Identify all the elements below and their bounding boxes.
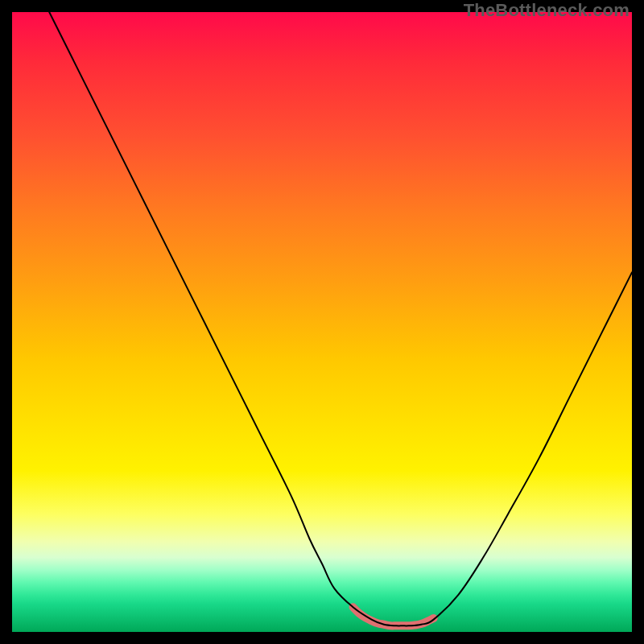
chart-container: TheBottleneck.com — [0, 0, 644, 644]
plot-area — [12, 12, 632, 632]
curve-svg — [12, 12, 632, 632]
watermark-text: TheBottleneck.com — [464, 0, 630, 21]
bottleneck-curve-path — [49, 12, 632, 625]
